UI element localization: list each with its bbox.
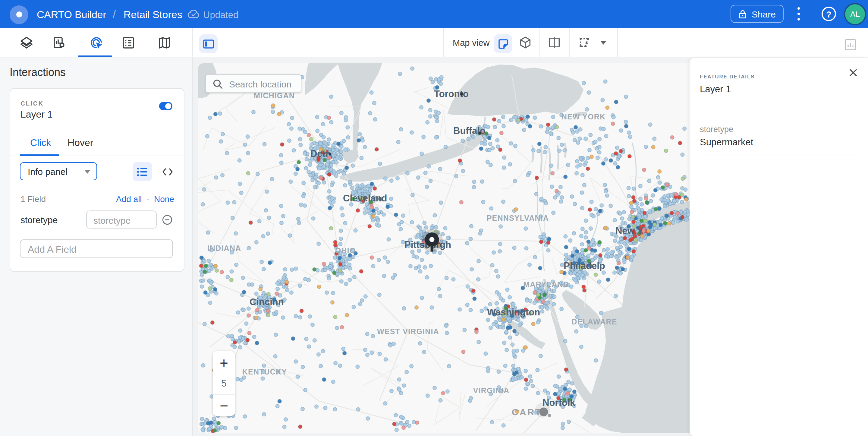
svg-text:Washington: Washington <box>487 307 540 318</box>
svg-text:New Y: New Y <box>615 226 644 236</box>
svg-text:INDIANA: INDIANA <box>207 244 241 252</box>
svg-text:OHIO: OHIO <box>335 246 356 255</box>
svg-text:Toronto: Toronto <box>434 89 469 99</box>
svg-text:Cincinn: Cincinn <box>250 297 284 307</box>
svg-text:MARYLAND: MARYLAND <box>523 280 569 289</box>
svg-text:PENNSYLVANIA: PENNSYLVANIA <box>487 214 549 222</box>
svg-text:NEW YORK: NEW YORK <box>561 113 606 121</box>
svg-text:Detr: Detr <box>310 148 329 159</box>
svg-text:WEST VIRGINIA: WEST VIRGINIA <box>377 327 439 336</box>
svg-text:Buffalo: Buffalo <box>453 125 486 136</box>
svg-text:Philadelp: Philadelp <box>564 261 605 271</box>
svg-text:R: R <box>527 407 534 417</box>
svg-text:C: C <box>512 407 518 417</box>
svg-text:Cleveland: Cleveland <box>343 193 387 204</box>
svg-text:DELAWARE: DELAWARE <box>571 318 617 326</box>
svg-text:VIRGINIA: VIRGINIA <box>473 386 510 395</box>
svg-text:A: A <box>520 407 526 417</box>
svg-text:KENTUCKY: KENTUCKY <box>242 368 287 376</box>
